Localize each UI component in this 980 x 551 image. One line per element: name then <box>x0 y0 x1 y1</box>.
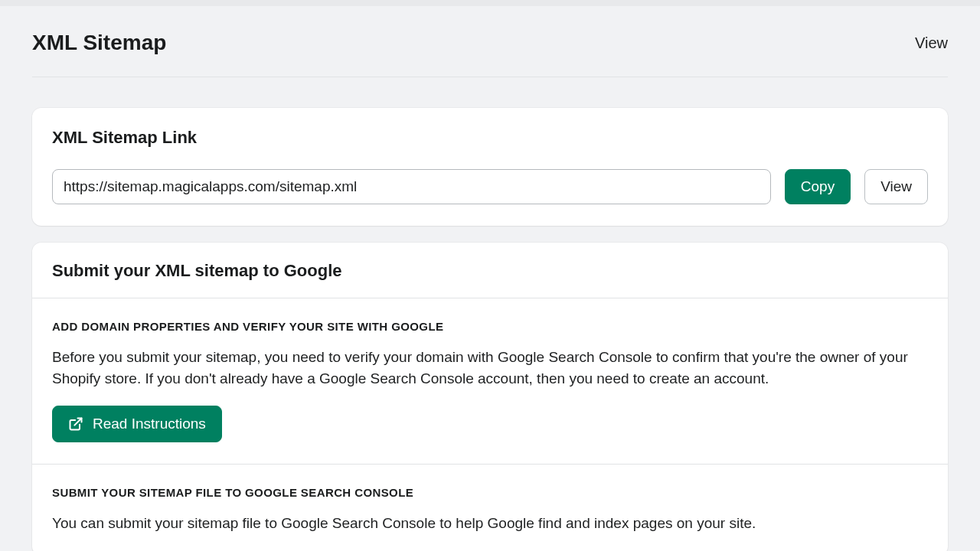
verify-body: Before you submit your sitemap, you need… <box>52 347 928 389</box>
sitemap-url-input[interactable] <box>52 169 771 204</box>
verify-section: ADD DOMAIN PROPERTIES AND VERIFY YOUR SI… <box>32 298 948 465</box>
view-button[interactable]: View <box>864 169 928 204</box>
header-row: XML Sitemap View <box>32 6 948 77</box>
top-bar <box>0 0 980 6</box>
sitemap-link-title: XML Sitemap Link <box>52 128 928 148</box>
read-instructions-label: Read Instructions <box>93 416 206 432</box>
submit-file-section: SUBMIT YOUR SITEMAP FILE TO GOOGLE SEARC… <box>32 465 948 551</box>
submit-google-header: Submit your XML sitemap to Google <box>32 243 948 298</box>
read-instructions-button[interactable]: Read Instructions <box>52 406 222 442</box>
submit-file-heading: SUBMIT YOUR SITEMAP FILE TO GOOGLE SEARC… <box>52 486 928 499</box>
page-container: XML Sitemap View XML Sitemap Link Copy V… <box>0 6 980 551</box>
submit-google-card: Submit your XML sitemap to Google ADD DO… <box>32 243 948 551</box>
svg-line-0 <box>74 419 81 425</box>
submit-google-title: Submit your XML sitemap to Google <box>52 261 928 281</box>
copy-button[interactable]: Copy <box>785 169 851 204</box>
verify-heading: ADD DOMAIN PROPERTIES AND VERIFY YOUR SI… <box>52 320 928 333</box>
external-link-icon <box>68 416 83 432</box>
view-link[interactable]: View <box>915 34 948 52</box>
submit-file-body: You can submit your sitemap file to Goog… <box>52 513 928 534</box>
sitemap-link-row: Copy View <box>52 169 928 204</box>
sitemap-link-card: XML Sitemap Link Copy View <box>32 108 948 226</box>
page-title: XML Sitemap <box>32 31 166 55</box>
